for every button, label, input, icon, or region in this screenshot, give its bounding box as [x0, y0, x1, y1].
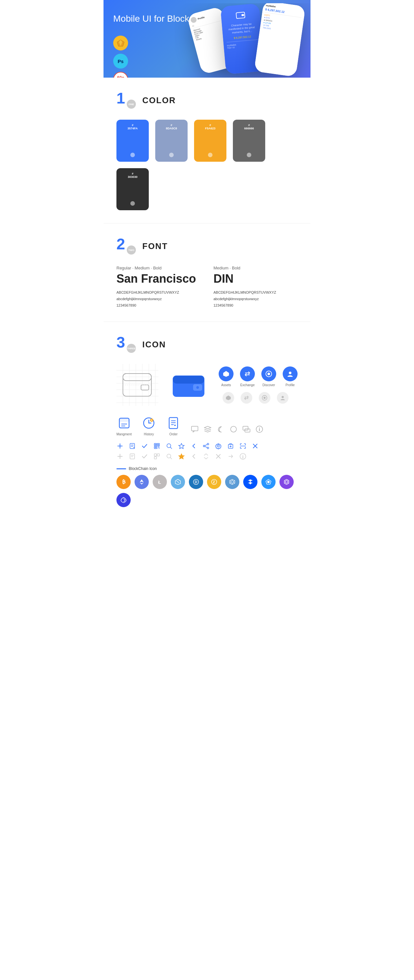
history-icon — [141, 415, 156, 431]
swatch-blue: #3574FA — [116, 120, 149, 162]
svg-marker-72 — [179, 444, 184, 449]
arrows-grey-icon — [202, 453, 210, 460]
svg-marker-122 — [248, 482, 253, 485]
dash-icon: D — [189, 475, 203, 489]
matic-icon — [116, 493, 131, 507]
nav-icons-group: Assets Exchange — [219, 366, 298, 404]
management-icon-item: Mangment — [116, 415, 132, 436]
settings-icon — [215, 442, 222, 450]
svg-rect-91 — [154, 457, 156, 459]
color-section: 1 ONE COLOR #3574FA #8DA0C8 #F5A623 #666… — [104, 78, 310, 223]
polygon-icon — [279, 475, 294, 489]
utility-icons-row-2 — [116, 453, 298, 460]
arrow-grey-icon — [227, 453, 234, 460]
discover-icon-item: Discover — [261, 366, 276, 387]
font-din: Medium · Bold DIN ABCDEFGHIJKLMNOPQRSTUV… — [213, 266, 298, 309]
ps-badge: Ps — [113, 54, 128, 68]
svg-point-51 — [259, 427, 260, 428]
hero-section: Mobile UI for Blockchain Wallet UI Kit P… — [104, 0, 310, 78]
font-grid: Regular · Medium · Bold San Francisco AB… — [116, 266, 298, 309]
swatch-dark: #303030 — [116, 168, 149, 210]
waves-icon — [243, 475, 258, 489]
nav-icons-row-bottom — [219, 392, 298, 404]
svg-line-76 — [205, 445, 207, 446]
icon-title: ICON — [142, 340, 166, 350]
nem-icon — [171, 475, 185, 489]
svg-point-99 — [243, 455, 243, 455]
chevron-grey-icon — [190, 453, 197, 460]
svg-point-78 — [217, 445, 219, 447]
profile-circle — [283, 366, 298, 381]
svg-point-31 — [282, 396, 284, 398]
discover-circle — [261, 366, 276, 381]
section-1-number: 1 ONE — [116, 91, 136, 110]
chat-icon — [242, 425, 251, 433]
ethereum-icon — [135, 475, 149, 489]
svg-marker-121 — [248, 479, 253, 482]
svg-point-27 — [289, 372, 291, 374]
qtum-icon — [261, 475, 275, 489]
phone-3: myWallet $ 6,297,502.12 ● BTC ● ETH ● WA… — [254, 3, 305, 77]
chevron-left-icon — [190, 442, 197, 450]
x-grey-icon — [215, 453, 222, 460]
icon-section-header: 3 THREE ICON — [116, 335, 298, 354]
misc-icons-row — [191, 425, 264, 436]
history-icon-item: History — [141, 415, 156, 436]
sf-name: San Francisco — [116, 272, 201, 286]
svg-rect-63 — [155, 447, 156, 448]
discover-ghost — [259, 392, 271, 404]
blockchain-label: BlockChain Icon — [116, 466, 298, 471]
phone-mockups: Profile AI Mainnet Message Red Cater Nig… — [175, 3, 310, 78]
svg-rect-17 — [123, 374, 151, 381]
box-icon — [227, 442, 234, 450]
svg-rect-45 — [191, 426, 198, 431]
screens-badge: 60+ Screens — [113, 72, 128, 78]
wallet-grid-icon — [116, 364, 158, 406]
svg-line-93 — [170, 458, 172, 459]
exchange-circle — [240, 366, 255, 381]
icon-section: 3 THREE ICON — [104, 322, 310, 520]
sf-uppercase: ABCDEFGHIJKLMNOPQRSTUVWXYZ — [116, 290, 201, 296]
layers-icon — [204, 425, 212, 433]
list-grey-icon — [129, 453, 136, 460]
check-grey-icon — [141, 453, 148, 460]
svg-point-73 — [207, 444, 209, 445]
qr-grey-icon — [153, 453, 161, 460]
svg-rect-21 — [173, 376, 204, 383]
swatch-orange: #F5A623 — [194, 120, 226, 162]
search-icon — [166, 442, 173, 450]
close-icon — [252, 442, 259, 450]
qr-icon — [153, 442, 161, 450]
blockchain-line — [116, 468, 126, 469]
zcash-icon: Z — [207, 475, 221, 489]
plus-grey-icon — [116, 453, 124, 460]
svg-point-74 — [204, 445, 205, 447]
svg-rect-89 — [154, 454, 156, 456]
din-lowercase: abcdefghijklmnopqrstuvwxyz — [213, 296, 298, 302]
svg-point-124 — [268, 481, 269, 483]
color-title: COLOR — [142, 95, 176, 105]
svg-point-75 — [207, 447, 209, 449]
list-edit-icon — [129, 442, 136, 450]
scan-icon — [239, 442, 247, 450]
wallet-icon-area: Assets Exchange — [116, 364, 298, 406]
circle-icon — [229, 425, 238, 433]
svg-rect-3 — [241, 14, 244, 16]
exchange-ghost — [240, 392, 252, 404]
svg-rect-47 — [243, 426, 248, 430]
color-swatches: #3574FA #8DA0C8 #F5A623 #666666 #303030 — [116, 120, 298, 210]
comment-icon — [191, 425, 199, 433]
svg-rect-90 — [157, 454, 159, 456]
svg-point-23 — [196, 386, 199, 389]
profile-icon-item: Profile — [283, 366, 298, 387]
font-san-francisco: Regular · Medium · Bold San Francisco AB… — [116, 266, 201, 309]
profile-ghost — [277, 392, 288, 404]
svg-marker-114 — [231, 480, 234, 483]
app-icons-row: Mangment History — [116, 415, 298, 436]
exchange-icon-item: Exchange — [240, 366, 255, 387]
font-section-header: 2 TWO FONT — [116, 236, 298, 256]
svg-text:Ł: Ł — [158, 480, 161, 485]
nav-icons-row-top: Assets Exchange — [219, 366, 298, 387]
svg-marker-24 — [223, 371, 229, 377]
plus-icon — [116, 442, 124, 450]
